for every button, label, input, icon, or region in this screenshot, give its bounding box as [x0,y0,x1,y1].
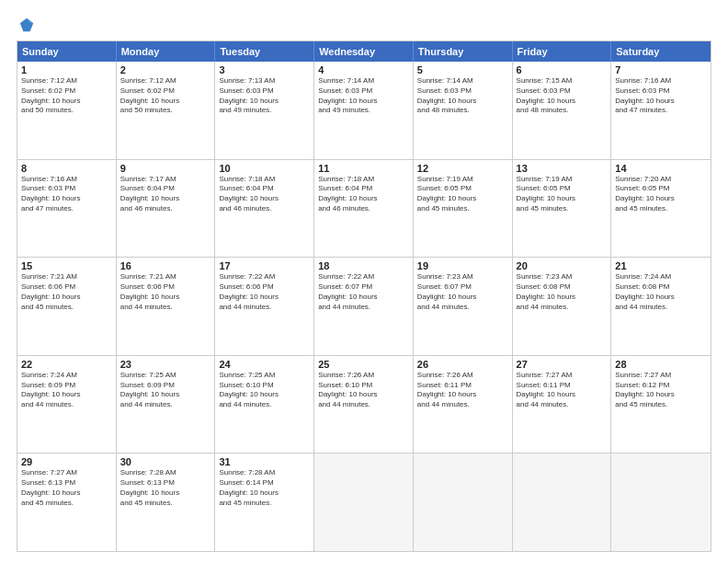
calendar-cell-9: 9Sunrise: 7:17 AMSunset: 6:04 PMDaylight… [117,160,216,258]
calendar-cell-22: 22Sunrise: 7:24 AMSunset: 6:09 PMDayligh… [17,356,117,454]
calendar-cell-25: 25Sunrise: 7:26 AMSunset: 6:10 PMDayligh… [314,356,414,454]
cell-info: Sunrise: 7:25 AMSunset: 6:09 PMDaylight:… [120,371,211,410]
calendar-cell-11: 11Sunrise: 7:18 AMSunset: 6:04 PMDayligh… [314,160,414,258]
calendar-cell-31: 31Sunrise: 7:28 AMSunset: 6:14 PMDayligh… [215,454,314,551]
day-number: 31 [219,456,310,467]
day-number: 24 [219,359,310,370]
day-number: 19 [417,260,508,271]
cell-info: Sunrise: 7:14 AMSunset: 6:03 PMDaylight:… [417,76,508,116]
calendar-cell-15: 15Sunrise: 7:21 AMSunset: 6:06 PMDayligh… [17,258,117,355]
day-number: 6 [517,64,608,75]
calendar-week-1: 1Sunrise: 7:12 AMSunset: 6:02 PMDaylight… [17,62,711,159]
day-number: 25 [318,359,409,370]
calendar-cell-empty [611,454,711,551]
logo-text [17,17,35,33]
cell-info: Sunrise: 7:12 AMSunset: 6:02 PMDaylight:… [120,76,211,116]
cell-info: Sunrise: 7:22 AMSunset: 6:06 PMDaylight:… [219,272,310,312]
day-number: 29 [21,456,112,467]
day-number: 11 [318,163,409,174]
calendar-page: SundayMondayTuesdayWednesdayThursdayFrid… [0,0,728,563]
day-number: 10 [219,163,310,174]
cell-info: Sunrise: 7:22 AMSunset: 6:07 PMDaylight:… [318,272,409,312]
cell-info: Sunrise: 7:27 AMSunset: 6:12 PMDaylight:… [615,371,707,410]
cell-info: Sunrise: 7:28 AMSunset: 6:14 PMDaylight:… [219,468,310,508]
day-number: 20 [517,260,608,271]
calendar-cell-16: 16Sunrise: 7:21 AMSunset: 6:06 PMDayligh… [117,258,216,355]
calendar-cell-26: 26Sunrise: 7:26 AMSunset: 6:11 PMDayligh… [414,356,513,454]
calendar-cell-17: 17Sunrise: 7:22 AMSunset: 6:06 PMDayligh… [215,258,314,355]
cell-info: Sunrise: 7:21 AMSunset: 6:06 PMDaylight:… [120,272,211,312]
cell-info: Sunrise: 7:27 AMSunset: 6:13 PMDaylight:… [21,468,112,508]
day-number: 22 [21,359,112,370]
cell-info: Sunrise: 7:17 AMSunset: 6:04 PMDaylight:… [120,175,211,214]
cell-info: Sunrise: 7:14 AMSunset: 6:03 PMDaylight:… [318,76,409,116]
header-day-wednesday: Wednesday [314,41,414,62]
day-number: 8 [21,163,112,174]
calendar-cell-21: 21Sunrise: 7:24 AMSunset: 6:08 PMDayligh… [611,258,711,355]
calendar-cell-6: 6Sunrise: 7:15 AMSunset: 6:03 PMDaylight… [513,62,612,159]
day-number: 1 [21,64,112,75]
logo [17,17,35,33]
calendar-cell-empty [314,454,414,551]
day-number: 5 [417,64,508,75]
cell-info: Sunrise: 7:19 AMSunset: 6:05 PMDaylight:… [417,175,508,214]
calendar-cell-1: 1Sunrise: 7:12 AMSunset: 6:02 PMDaylight… [17,62,117,159]
calendar-cell-13: 13Sunrise: 7:19 AMSunset: 6:05 PMDayligh… [513,160,612,258]
calendar-cell-29: 29Sunrise: 7:27 AMSunset: 6:13 PMDayligh… [17,454,117,551]
day-number: 3 [219,64,310,75]
cell-info: Sunrise: 7:25 AMSunset: 6:10 PMDaylight:… [219,371,310,410]
calendar-cell-19: 19Sunrise: 7:23 AMSunset: 6:07 PMDayligh… [414,258,513,355]
calendar-cell-24: 24Sunrise: 7:25 AMSunset: 6:10 PMDayligh… [215,356,314,454]
header-day-tuesday: Tuesday [215,41,314,62]
calendar-cell-18: 18Sunrise: 7:22 AMSunset: 6:07 PMDayligh… [314,258,414,355]
day-number: 14 [615,163,707,174]
day-number: 28 [615,359,707,370]
cell-info: Sunrise: 7:24 AMSunset: 6:09 PMDaylight:… [21,371,112,410]
cell-info: Sunrise: 7:23 AMSunset: 6:08 PMDaylight:… [517,272,608,312]
cell-info: Sunrise: 7:23 AMSunset: 6:07 PMDaylight:… [417,272,508,312]
day-number: 2 [120,64,211,75]
cell-info: Sunrise: 7:15 AMSunset: 6:03 PMDaylight:… [517,76,608,116]
header-day-friday: Friday [513,41,612,62]
calendar-cell-empty [414,454,513,551]
calendar-cell-14: 14Sunrise: 7:20 AMSunset: 6:05 PMDayligh… [611,160,711,258]
header-day-sunday: Sunday [17,41,117,62]
day-number: 17 [219,260,310,271]
cell-info: Sunrise: 7:13 AMSunset: 6:03 PMDaylight:… [219,76,310,116]
logo-icon [18,17,35,33]
day-number: 7 [615,64,707,75]
cell-info: Sunrise: 7:26 AMSunset: 6:10 PMDaylight:… [318,371,409,410]
calendar-week-3: 15Sunrise: 7:21 AMSunset: 6:06 PMDayligh… [17,257,711,355]
cell-info: Sunrise: 7:20 AMSunset: 6:05 PMDaylight:… [615,175,707,214]
calendar-grid: SundayMondayTuesdayWednesdayThursdayFrid… [17,40,711,552]
calendar-cell-30: 30Sunrise: 7:28 AMSunset: 6:13 PMDayligh… [117,454,216,551]
svg-marker-0 [20,18,33,31]
cell-info: Sunrise: 7:18 AMSunset: 6:04 PMDaylight:… [318,175,409,214]
calendar-cell-5: 5Sunrise: 7:14 AMSunset: 6:03 PMDaylight… [414,62,513,159]
cell-info: Sunrise: 7:24 AMSunset: 6:08 PMDaylight:… [615,272,707,312]
header-day-saturday: Saturday [611,41,711,62]
day-number: 26 [417,359,508,370]
calendar-cell-4: 4Sunrise: 7:14 AMSunset: 6:03 PMDaylight… [314,62,414,159]
page-header [17,17,711,33]
calendar-cell-27: 27Sunrise: 7:27 AMSunset: 6:11 PMDayligh… [513,356,612,454]
calendar-cell-8: 8Sunrise: 7:16 AMSunset: 6:03 PMDaylight… [17,160,117,258]
cell-info: Sunrise: 7:28 AMSunset: 6:13 PMDaylight:… [120,468,211,508]
day-number: 23 [120,359,211,370]
cell-info: Sunrise: 7:12 AMSunset: 6:02 PMDaylight:… [21,76,112,116]
calendar-header: SundayMondayTuesdayWednesdayThursdayFrid… [17,41,711,62]
cell-info: Sunrise: 7:21 AMSunset: 6:06 PMDaylight:… [21,272,112,312]
day-number: 16 [120,260,211,271]
cell-info: Sunrise: 7:26 AMSunset: 6:11 PMDaylight:… [417,371,508,410]
calendar-cell-2: 2Sunrise: 7:12 AMSunset: 6:02 PMDaylight… [117,62,216,159]
cell-info: Sunrise: 7:18 AMSunset: 6:04 PMDaylight:… [219,175,310,214]
calendar-cell-20: 20Sunrise: 7:23 AMSunset: 6:08 PMDayligh… [513,258,612,355]
calendar-week-5: 29Sunrise: 7:27 AMSunset: 6:13 PMDayligh… [17,453,711,551]
header-day-thursday: Thursday [414,41,513,62]
calendar-body: 1Sunrise: 7:12 AMSunset: 6:02 PMDaylight… [17,62,711,551]
day-number: 18 [318,260,409,271]
cell-info: Sunrise: 7:27 AMSunset: 6:11 PMDaylight:… [517,371,608,410]
day-number: 15 [21,260,112,271]
calendar-cell-7: 7Sunrise: 7:16 AMSunset: 6:03 PMDaylight… [611,62,711,159]
calendar-week-2: 8Sunrise: 7:16 AMSunset: 6:03 PMDaylight… [17,159,711,258]
